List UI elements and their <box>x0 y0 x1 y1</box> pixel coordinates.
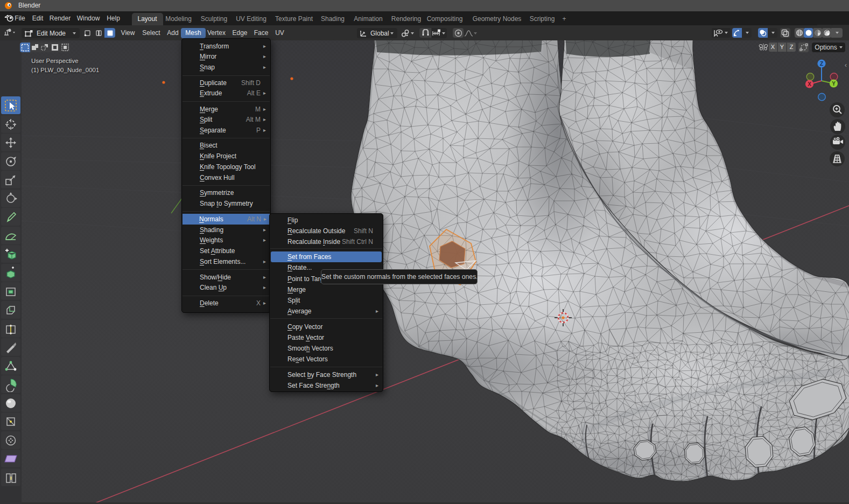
svg-text:X: X <box>808 81 811 87</box>
svg-text:Y: Y <box>832 81 836 87</box>
svg-text:Z: Z <box>820 61 823 67</box>
